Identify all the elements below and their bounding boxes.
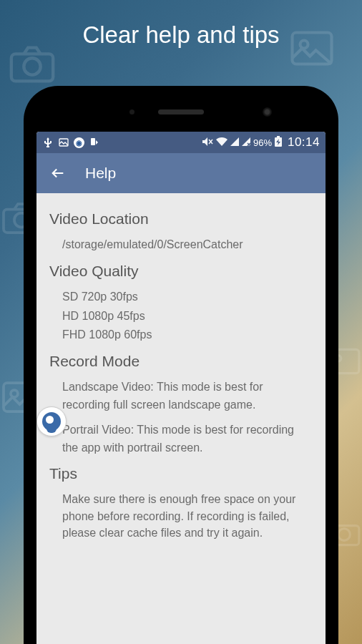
marketing-title: Clear help and tips — [0, 0, 362, 49]
quality-option: HD 1080p 45fps — [62, 308, 313, 326]
app-notif-icon: ◉ — [74, 137, 84, 148]
front-camera — [263, 107, 272, 117]
device-notif-icon — [89, 137, 100, 148]
section-title-video-location: Video Location — [49, 210, 313, 228]
phone-hardware-top — [36, 92, 326, 132]
wifi-icon — [216, 137, 228, 148]
tips-body: Make sure there is enough free space on … — [62, 491, 313, 541]
record-mode-landscape: Landscape Video: This mode is best for r… — [62, 379, 313, 414]
svg-rect-15 — [277, 136, 280, 137]
back-button[interactable] — [45, 160, 71, 186]
record-mode-portrait: Portrail Video: This mode is best for re… — [62, 421, 313, 457]
usb-icon — [42, 137, 54, 148]
video-location-path: /storage/emulated/0/ScreenCatcher — [62, 236, 313, 254]
quality-option: FHD 1080p 60fps — [62, 326, 313, 344]
battery-percent: 96% — [253, 137, 272, 148]
arrow-left-icon — [50, 165, 66, 181]
page-title: Help — [85, 165, 116, 182]
section-title-tips: Tips — [49, 465, 313, 482]
svg-rect-13 — [91, 138, 95, 145]
app-bar: Help — [36, 153, 326, 193]
mute-icon — [202, 137, 213, 149]
status-bar: ◉ — [36, 132, 326, 153]
phone-screen: ◉ — [36, 132, 326, 644]
clock-text: 10:14 — [288, 135, 320, 150]
section-title-record-mode: Record Mode — [49, 353, 313, 370]
quality-option: SD 720p 30fps — [62, 288, 313, 306]
svg-point-11 — [338, 529, 351, 541]
signal-icon — [230, 137, 239, 148]
section-title-video-quality: Video Quality — [49, 263, 313, 280]
help-content: Video Location /storage/emulated/0/Scree… — [36, 193, 326, 541]
gallery-notif-icon — [58, 137, 69, 148]
sensor-dot — [129, 109, 134, 114]
bg-camera-icon — [7, 43, 57, 86]
floating-record-button[interactable] — [36, 406, 67, 436]
svg-point-1 — [24, 58, 40, 74]
signal-icon — [242, 137, 250, 148]
phone-mockup: ◉ — [24, 86, 338, 644]
camera-eye-icon — [42, 412, 61, 431]
speaker-grille — [158, 109, 204, 114]
battery-icon — [275, 136, 282, 149]
